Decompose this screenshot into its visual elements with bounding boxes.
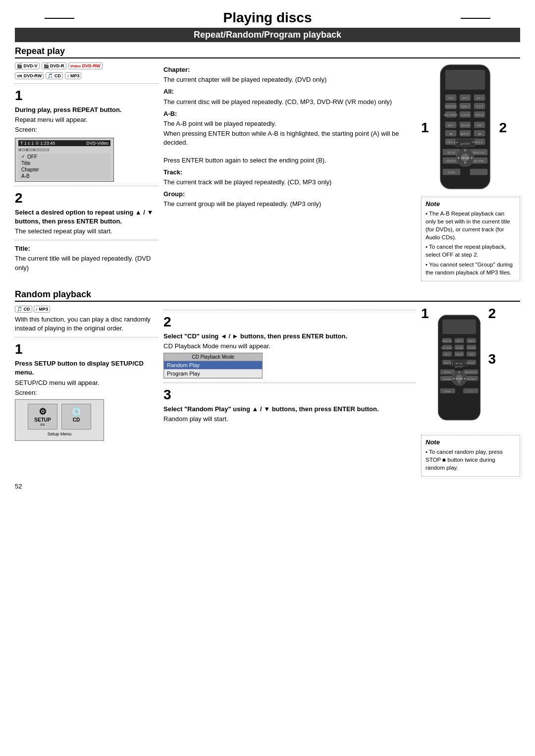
random-step3-indicator: 3 bbox=[488, 351, 496, 367]
svg-text:FWD ►►: FWD ►► bbox=[472, 141, 483, 144]
svg-rect-57 bbox=[442, 319, 476, 334]
repeat-play-section: Repeat play 🎬 DVD-V 🎬 DVD-R Video DVD-RW… bbox=[15, 46, 520, 281]
screen-header: T 1 c 1 ① 1:23:45 DVD-Video bbox=[18, 140, 110, 146]
setup-icon-setup: ⚙ SETUP ≡≡ bbox=[28, 404, 57, 430]
svg-text:ENTER: ENTER bbox=[455, 377, 462, 379]
track-head: Track: bbox=[163, 168, 416, 177]
disc-dvdv: 🎬 DVD-V bbox=[15, 62, 40, 69]
page-title-container: Playing discs bbox=[15, 10, 520, 26]
cd-menu-header: CD Playback Mode bbox=[164, 353, 262, 361]
svg-text:⏮: ⏮ bbox=[449, 132, 452, 135]
disc-dvdrw-video: Video DVD-RW bbox=[68, 62, 103, 69]
svg-text:REC SPEED: REC SPEED bbox=[443, 113, 458, 116]
page-number: 52 bbox=[15, 483, 520, 490]
screen-badge: DVD-Video bbox=[86, 141, 108, 146]
repeat-screen-mockup: T 1 c 1 ① 1:23:45 DVD-Video ⊞⊡⊠⊡⊞⊡⊡⊡⊡ OF… bbox=[15, 138, 114, 182]
repeat-right-col: 1 bbox=[421, 62, 520, 281]
disc-mp3: ♪ MP3 bbox=[65, 72, 82, 79]
svg-text:SPACE: SPACE bbox=[475, 113, 483, 116]
chapter-head: Chapter: bbox=[163, 65, 416, 74]
random-disc-icons: 🎵 CD ♪ MP3 bbox=[15, 306, 159, 313]
svg-text:SETUP: SETUP bbox=[447, 151, 455, 154]
repeat-note-bullet1: The A-B Repeat playback can only be set … bbox=[426, 210, 516, 241]
svg-text:▲: ▲ bbox=[458, 371, 461, 374]
svg-text:TUV 8: TUV 8 bbox=[476, 105, 482, 108]
repeat-step1-sub: Repeat menu will appear. bbox=[15, 115, 159, 124]
svg-text:GHI 4: GHI 4 bbox=[462, 97, 468, 100]
cd-menu-random: Random Play bbox=[164, 361, 262, 370]
random-step1-num: 1 bbox=[15, 341, 159, 357]
svg-text:WAX4: WAX4 bbox=[468, 340, 474, 342]
repeat-title-head: Title: bbox=[15, 244, 159, 253]
disc-cd: 🎵 CD bbox=[46, 72, 63, 79]
svg-text:▼: ▼ bbox=[463, 161, 467, 164]
cd-menu-program: Program Play bbox=[164, 370, 262, 378]
random-left-col: 🎵 CD ♪ MP3 With this function, you can p… bbox=[15, 306, 159, 477]
screen-label: Screen: bbox=[15, 125, 159, 134]
random-step2-sub: CD Playback Mode menu will appear. bbox=[163, 342, 416, 351]
svg-text:↵: ↵ bbox=[470, 390, 471, 393]
random-step3-instruction: Select "Random Play" using ▲ / ▼ buttons… bbox=[163, 405, 416, 414]
svg-text:PAUSE: PAUSE bbox=[456, 353, 463, 356]
svg-text:REC: REC bbox=[445, 353, 449, 356]
svg-text:MENU/LIST: MENU/LIST bbox=[465, 371, 476, 374]
repeat-note-box: Note The A-B Repeat playback can only be… bbox=[421, 197, 520, 281]
svg-rect-1 bbox=[445, 70, 485, 90]
screen-track-info: T 1 c 1 ① 1:23:45 bbox=[20, 141, 55, 146]
group-text: The current group will be played repeate… bbox=[163, 200, 416, 209]
random-step1-indicator: 1 bbox=[421, 306, 429, 322]
all-head: All: bbox=[163, 87, 416, 96]
repeat-note-title: Note bbox=[426, 200, 516, 208]
random-remote-area: 1 bbox=[421, 306, 520, 431]
random-play-layout: 🎵 CD ♪ MP3 With this function, you can p… bbox=[15, 306, 520, 477]
disc-dvdr: 🎬 DVD-R bbox=[42, 62, 66, 69]
svg-text:◄: ◄ bbox=[452, 377, 455, 379]
svg-text:RETURN: RETURN bbox=[473, 160, 483, 162]
random-step1-instruction: Press SETUP button to display SETUP/CD m… bbox=[15, 359, 159, 377]
svg-text:ZOOM: ZOOM bbox=[444, 390, 451, 393]
random-middle-col: 2 Select "CD" using ◄ / ► buttons, then … bbox=[163, 306, 416, 477]
random-note-box: Note To cancel random play, press STOP ■… bbox=[421, 435, 520, 477]
all-text: The current disc will be played repeated… bbox=[163, 98, 416, 107]
random-note-bullet1: To cancel random play, press STOP ■ butt… bbox=[426, 448, 516, 472]
svg-text:ENTER: ENTER bbox=[461, 157, 469, 160]
step1-indicator: 1 bbox=[421, 120, 429, 136]
svg-text:RETURN: RETURN bbox=[466, 378, 475, 380]
svg-text:▶PLAY: ▶PLAY bbox=[456, 362, 463, 365]
repeat-left-col: 🎬 DVD-V 🎬 DVD-R Video DVD-RW VR DVD-RW 🎵… bbox=[15, 62, 159, 281]
random-step2-indicator: 2 bbox=[488, 306, 496, 322]
svg-text:JKL 5: JKL 5 bbox=[476, 97, 482, 100]
repeat-title-text: The current title will be played repeate… bbox=[15, 254, 159, 272]
svg-text:CLEAR: CLEAR bbox=[456, 347, 463, 349]
screen-menu-chapter: Chapter bbox=[18, 166, 110, 173]
remote1-svg-container: CH▼ GHI 4 JKL 5 MONITOR PQRS 7 TUV 8 REC… bbox=[433, 62, 497, 193]
remote2-svg-container: MONITOR TUV 7 WAX4 REC SPEED CLEAR CM SK… bbox=[432, 306, 486, 431]
setup-icon-cd: 💿 CD bbox=[61, 404, 91, 430]
random-right-col: 1 bbox=[421, 306, 520, 477]
disc-icons-row: 🎬 DVD-V 🎬 DVD-R Video DVD-RW bbox=[15, 62, 159, 69]
random-note-title: Note bbox=[426, 438, 516, 446]
repeat-step2-sub: The selected repeat play will start. bbox=[15, 227, 159, 236]
random-intro: With this function, you can play a disc … bbox=[15, 315, 159, 333]
svg-text:►: ► bbox=[470, 156, 474, 160]
svg-text:SETUP: SETUP bbox=[444, 371, 451, 374]
svg-text:REV ◄◄: REV ◄◄ bbox=[447, 141, 458, 144]
svg-text:◄: ◄ bbox=[456, 156, 460, 160]
repeat-step1-num: 1 bbox=[15, 88, 159, 104]
setup-screen-label: Setup Menu bbox=[19, 432, 100, 436]
svg-text:►: ► bbox=[463, 377, 466, 379]
svg-text:MONITOR: MONITOR bbox=[442, 340, 452, 342]
svg-text:SKIP: SKIP bbox=[477, 124, 482, 127]
svg-text:REC: REC bbox=[448, 124, 453, 127]
repeat-step1-remote-area: 1 bbox=[421, 62, 520, 193]
random-playback-section: Random playback 🎵 CD ♪ MP3 With this fun… bbox=[15, 289, 520, 477]
chapter-text: The current chapter will be played repea… bbox=[163, 75, 416, 84]
svg-text:CM SKIP: CM SKIP bbox=[467, 347, 476, 349]
random-step1-sub: SETUP/CD menu will appear. bbox=[15, 378, 159, 387]
svg-text:REPEAT: REPEAT bbox=[446, 160, 456, 162]
svg-text:MENU/LIST: MENU/LIST bbox=[472, 151, 485, 154]
screen-menu-title: Title bbox=[18, 160, 110, 166]
svg-text:SKIP: SKIP bbox=[469, 353, 474, 356]
svg-rect-54 bbox=[470, 169, 487, 175]
svg-text:■ STOP: ■ STOP bbox=[461, 142, 470, 145]
